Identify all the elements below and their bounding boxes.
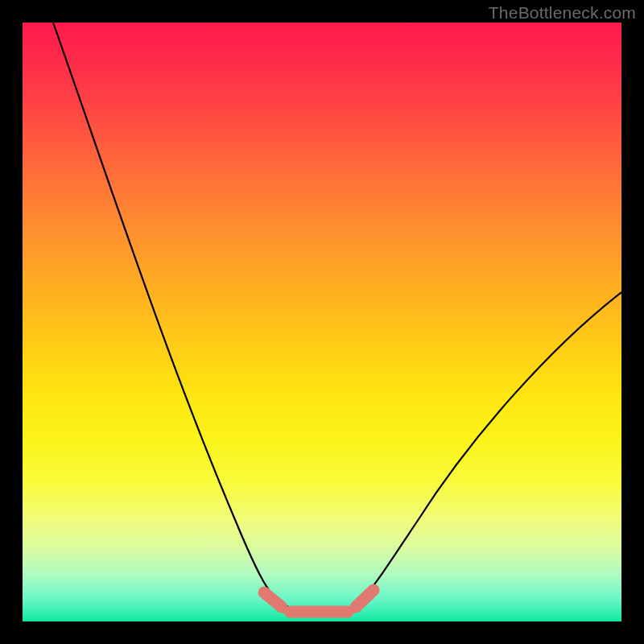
min-markers (264, 590, 374, 612)
plot-area (23, 23, 621, 621)
curve-layer (23, 23, 621, 621)
min-zone-left (264, 592, 282, 607)
bottleneck-curve (53, 23, 621, 614)
min-zone-right (356, 590, 374, 607)
chart-frame: TheBottleneck.com (0, 0, 644, 644)
watermark-text: TheBottleneck.com (489, 3, 636, 23)
